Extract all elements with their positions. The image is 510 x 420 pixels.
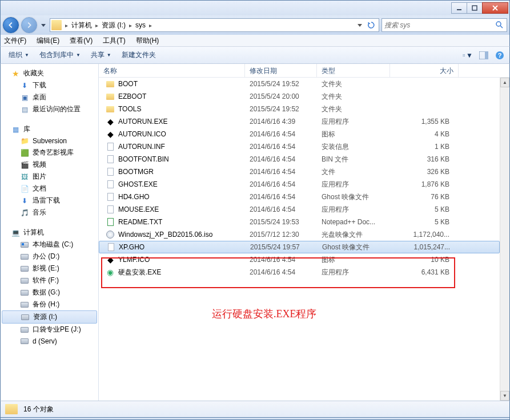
preview-pane-button[interactable] bbox=[479, 50, 489, 60]
maximize-button[interactable] bbox=[467, 2, 483, 14]
window-titlebar bbox=[0, 0, 510, 15]
back-button[interactable] bbox=[3, 17, 19, 33]
sidebar-item[interactable]: 📁Subversion bbox=[1, 135, 98, 147]
file-row[interactable]: EZBOOT2015/5/24 20:00文件夹 bbox=[99, 90, 500, 103]
new-folder-button[interactable]: 新建文件夹 bbox=[118, 49, 159, 61]
file-row[interactable]: XP.GHO2015/5/24 19:57Ghost 映像文件1,015,247… bbox=[99, 241, 500, 253]
breadcrumb-item[interactable]: 资源 (I:) bbox=[99, 21, 128, 30]
file-row[interactable]: GHOST.EXE2014/6/16 4:54应用程序1,876 KB bbox=[99, 178, 500, 191]
sidebar-item-downloads[interactable]: ⬇下载 bbox=[1, 79, 98, 91]
breadcrumb-item[interactable]: 计算机 bbox=[69, 21, 94, 30]
sidebar-item[interactable]: 🎬视频 bbox=[1, 159, 98, 171]
library-item-icon: 🎬 bbox=[20, 160, 29, 169]
chevron-right-icon[interactable]: ▸ bbox=[94, 22, 99, 29]
sidebar-item-drive[interactable]: 备份 (H:) bbox=[1, 298, 98, 310]
file-date: 2014/6/16 4:54 bbox=[245, 168, 317, 176]
organize-button[interactable]: 组织▼ bbox=[5, 49, 33, 61]
file-name: TOOLS bbox=[118, 105, 141, 113]
breadcrumb-item[interactable]: sys bbox=[133, 21, 148, 29]
sidebar-item[interactable]: 🟩爱奇艺影视库 bbox=[1, 147, 98, 159]
file-size: 10 KB bbox=[390, 256, 454, 264]
sidebar-item-drive[interactable]: 口袋专业PE (J:) bbox=[1, 324, 98, 336]
drive-icon bbox=[20, 240, 29, 249]
file-date: 2014/6/16 4:54 bbox=[245, 130, 317, 138]
vertical-scrollbar[interactable]: ▲ ▼ bbox=[500, 78, 509, 401]
chevron-right-icon[interactable]: ▸ bbox=[64, 22, 69, 29]
folder-icon bbox=[106, 92, 115, 101]
view-mode-button[interactable]: ▼ bbox=[463, 50, 473, 60]
file-row[interactable]: MOUSE.EXE2014/6/16 4:54应用程序5 KB bbox=[99, 203, 500, 216]
drive-icon bbox=[20, 288, 29, 297]
sidebar-item-drive[interactable]: 本地磁盘 (C:) bbox=[1, 239, 98, 251]
address-bar[interactable]: ▸ 计算机 ▸ 资源 (I:) ▸ sys ▸ bbox=[50, 18, 379, 32]
include-in-library-button[interactable]: 包含到库中▼ bbox=[36, 49, 84, 61]
file-name: EZBOOT bbox=[118, 92, 146, 100]
history-dropdown[interactable] bbox=[39, 19, 47, 31]
file-type: 文件夹 bbox=[317, 92, 390, 102]
computer-group[interactable]: 💻计算机 bbox=[1, 227, 98, 239]
libraries-group[interactable]: ▦库 bbox=[1, 123, 98, 135]
file-row[interactable]: BOOTMGR2014/6/16 4:54文件326 KB bbox=[99, 165, 500, 178]
file-row[interactable]: README.TXT2015/5/24 19:53Notepad++ Doc..… bbox=[99, 216, 500, 228]
chevron-right-icon[interactable]: ▸ bbox=[128, 22, 133, 29]
sidebar-item[interactable]: 🎵音乐 bbox=[1, 207, 98, 219]
search-box[interactable] bbox=[382, 18, 507, 32]
search-icon[interactable] bbox=[495, 21, 504, 30]
column-size[interactable]: 大小 bbox=[390, 64, 459, 77]
sidebar-item-recent[interactable]: ▤最近访问的位置 bbox=[1, 103, 98, 115]
file-name: README.TXT bbox=[118, 218, 162, 226]
drive-icon bbox=[20, 337, 29, 346]
sidebar-item-drive[interactable]: 软件 (F:) bbox=[1, 274, 98, 286]
sidebar-item-desktop[interactable]: ▣桌面 bbox=[1, 91, 98, 103]
sidebar-item[interactable]: 📄文档 bbox=[1, 183, 98, 195]
column-date[interactable]: 修改日期 bbox=[245, 64, 317, 77]
file-row[interactable]: ◆YLMF.ICO2014/6/16 4:54图标10 KB bbox=[99, 253, 500, 266]
file-row[interactable]: AUTORUN.INF2014/6/16 4:54安装信息1 KB bbox=[99, 140, 500, 153]
forward-button[interactable] bbox=[21, 17, 37, 33]
sidebar-item-drive[interactable]: 影视 (E:) bbox=[1, 262, 98, 274]
menu-edit[interactable]: 编辑(E) bbox=[37, 36, 59, 46]
column-name[interactable]: 名称 bbox=[99, 64, 245, 77]
share-button[interactable]: 共享▼ bbox=[87, 49, 115, 61]
file-row[interactable]: HD4.GHO2014/6/16 4:54Ghost 映像文件76 KB bbox=[99, 191, 500, 203]
close-button[interactable] bbox=[482, 2, 508, 14]
folder-icon bbox=[5, 402, 19, 416]
scroll-down-button[interactable]: ▼ bbox=[500, 391, 509, 401]
file-size: 5 KB bbox=[390, 218, 454, 226]
disc-icon bbox=[106, 230, 115, 239]
file-row[interactable]: ◉硬盘安装.EXE2014/6/16 4:54应用程序6,431 KB bbox=[99, 266, 500, 278]
file-row[interactable]: Windowszj_XP_BD2015.06.iso2015/7/12 12:3… bbox=[99, 228, 500, 241]
sidebar-item-drive[interactable]: d (Serv) bbox=[1, 336, 98, 347]
menu-tools[interactable]: 工具(T) bbox=[103, 36, 125, 46]
favorites-group[interactable]: ★收藏夹 bbox=[1, 67, 98, 79]
file-name: 硬盘安装.EXE bbox=[118, 268, 161, 277]
scroll-up-button[interactable]: ▲ bbox=[500, 78, 509, 87]
file-date: 2014/6/16 4:54 bbox=[245, 205, 317, 213]
file-row[interactable]: ◆AUTORUN.EXE2014/6/16 4:39应用程序1,355 KB bbox=[99, 115, 500, 128]
menu-file[interactable]: 文件(F) bbox=[4, 36, 26, 46]
menu-help[interactable]: 帮助(H) bbox=[136, 36, 159, 46]
sidebar-item-drive[interactable]: 数据 (G:) bbox=[1, 286, 98, 298]
sidebar-item[interactable]: 🖼图片 bbox=[1, 171, 98, 183]
sidebar-item-drive[interactable]: 办公 (D:) bbox=[1, 251, 98, 262]
file-date: 2014/6/16 4:54 bbox=[245, 256, 317, 264]
column-type[interactable]: 类型 bbox=[317, 64, 390, 77]
chevron-right-icon[interactable]: ▸ bbox=[148, 22, 153, 29]
menu-view[interactable]: 查看(V) bbox=[70, 36, 93, 46]
file-row[interactable]: TOOLS2015/5/24 19:52文件夹 bbox=[99, 103, 500, 115]
refresh-button[interactable] bbox=[366, 20, 376, 30]
file-row[interactable]: BOOTFONT.BIN2014/6/16 4:54BIN 文件316 KB bbox=[99, 153, 500, 165]
sidebar-item-drive[interactable]: 资源 (I:) bbox=[2, 310, 97, 324]
file-row[interactable]: ◆AUTORUN.ICO2014/6/16 4:54图标4 KB bbox=[99, 128, 500, 140]
help-button[interactable]: ? bbox=[495, 50, 505, 60]
sidebar-item[interactable]: ⬇迅雷下载 bbox=[1, 195, 98, 207]
file-name: AUTORUN.EXE bbox=[118, 118, 167, 126]
app-icon: ◉ bbox=[106, 268, 115, 277]
svg-rect-1 bbox=[472, 6, 477, 10]
svg-rect-4 bbox=[463, 54, 465, 55]
address-dropdown[interactable] bbox=[355, 20, 365, 30]
app-icon: ◆ bbox=[106, 255, 115, 264]
file-row[interactable]: BOOT2015/5/24 19:52文件夹 bbox=[99, 78, 500, 90]
minimize-button[interactable] bbox=[451, 2, 467, 14]
search-input[interactable] bbox=[384, 21, 495, 29]
